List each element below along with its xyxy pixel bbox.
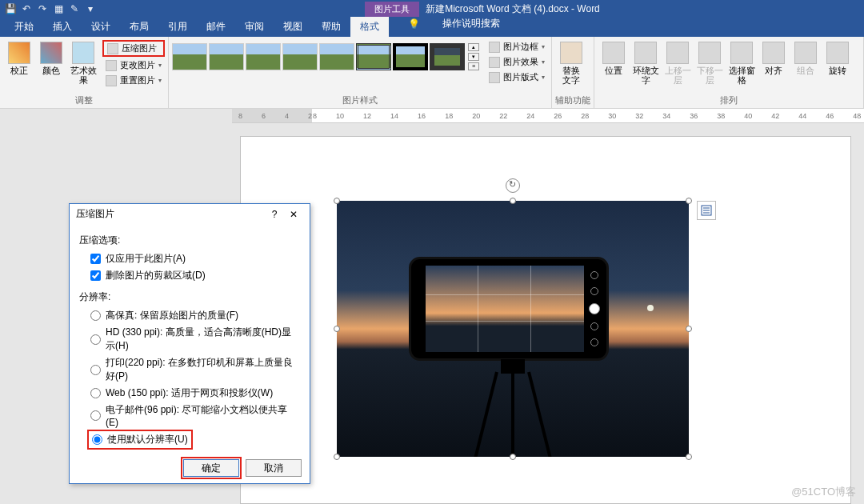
tab-mailings[interactable]: 邮件 [197, 17, 235, 37]
photo-content [337, 201, 689, 457]
document-page[interactable] [240, 136, 851, 504]
style-thumb[interactable] [393, 43, 428, 70]
dialog-title: 压缩图片 [76, 207, 265, 221]
corrections-button[interactable]: 校正 [3, 38, 35, 75]
alt-text-button[interactable]: 替换 文字 [555, 38, 587, 85]
checkbox-delete-cropped[interactable]: 删除图片的剪裁区域(D) [79, 267, 300, 284]
watermark: @51CTO博客 [791, 485, 856, 499]
picture-layout-button[interactable]: 图片版式▾ [486, 70, 548, 84]
border-icon [489, 42, 500, 53]
ok-button[interactable]: 确定 [183, 459, 239, 477]
tab-layout[interactable]: 布局 [120, 17, 158, 37]
save-icon[interactable]: 💾 [3, 2, 18, 16]
tab-home[interactable]: 开始 [5, 17, 43, 37]
tab-format[interactable]: 格式 [350, 17, 389, 37]
quick-access-toolbar: 💾 ↶ ↷ ▦ ✎ ▾ [0, 2, 101, 16]
picture-border-button[interactable]: 图片边框▾ [486, 40, 548, 54]
selection-pane-button[interactable]: 选择窗格 [726, 38, 758, 85]
tripod-shape [489, 359, 537, 457]
styles-gallery[interactable]: ▴▾≡ [172, 38, 479, 70]
section-resolution: 分辨率: [79, 290, 300, 304]
position-button[interactable]: 位置 [598, 38, 630, 75]
effects-icon [489, 57, 500, 68]
group-accessibility: 替换 文字 辅助功能 [552, 37, 594, 108]
style-thumb[interactable] [282, 43, 318, 70]
qat-icon[interactable]: ✎ [67, 2, 82, 16]
resize-handle[interactable] [510, 454, 516, 460]
cancel-button[interactable]: 取消 [246, 459, 302, 477]
qat-dropdown-icon[interactable]: ▾ [83, 2, 98, 16]
resize-handle[interactable] [686, 198, 692, 204]
radio-hd[interactable]: HD (330 ppi): 高质量，适合高清晰度(HD)显示(H) [79, 324, 300, 354]
phone-shape [409, 257, 609, 361]
radio-print[interactable]: 打印(220 ppi): 在多数打印机和屏幕上质量良好(P) [79, 354, 300, 385]
moon-icon [647, 305, 654, 311]
resize-handle[interactable] [334, 454, 340, 460]
radio-default-highlighted: 使用默认分辨率(U) [87, 430, 193, 450]
compress-icon [107, 43, 118, 54]
section-compress-options: 压缩选项: [79, 234, 300, 247]
undo-icon[interactable]: ↶ [19, 2, 34, 16]
rotate-button[interactable]: 旋转 [822, 38, 854, 75]
checkbox-apply-only[interactable]: 仅应用于此图片(A) [79, 250, 300, 267]
tab-references[interactable]: 引用 [158, 17, 197, 37]
tab-help[interactable]: 帮助 [312, 17, 350, 37]
redo-icon[interactable]: ↷ [35, 2, 50, 16]
style-thumb[interactable] [209, 43, 244, 70]
radio-use-default[interactable] [92, 434, 102, 445]
qat-icon[interactable]: ▦ [51, 2, 66, 16]
style-thumb[interactable] [172, 43, 207, 70]
help-button[interactable]: ? [265, 209, 284, 220]
wrap-text-button[interactable]: 环绕文字 [630, 38, 662, 85]
reset-icon [106, 75, 117, 86]
rotate-handle[interactable] [506, 178, 520, 193]
dialog-titlebar[interactable]: 压缩图片 ? ✕ [70, 204, 310, 224]
change-picture-button[interactable]: 更改图片▾ [102, 58, 165, 72]
lightbulb-icon: 💡 [398, 15, 430, 33]
layout-options-icon[interactable] [697, 201, 716, 220]
tab-insert[interactable]: 插入 [43, 17, 82, 37]
align-button[interactable]: 对齐 [758, 38, 790, 75]
group-arrange: 位置 环绕文字 上移一层 下移一层 选择窗格 对齐 组合 旋转 排列 [594, 37, 864, 108]
group-adjust: 校正 颜色 艺术效果 压缩图片 更改图片▾ 重置图片▾ 调整 [0, 37, 169, 108]
resize-handle[interactable] [686, 326, 692, 332]
resize-handle[interactable] [334, 198, 340, 204]
document-title: 新建Microsoft Word 文档 (4).docx - Word [426, 2, 600, 16]
group-picture-styles: ▴▾≡ 图片边框▾ 图片效果▾ 图片版式▾ 图片样式 [169, 37, 552, 108]
radio-high-fidelity[interactable]: 高保真: 保留原始图片的质量(F) [79, 307, 300, 324]
style-thumb[interactable] [356, 43, 391, 70]
style-thumb[interactable] [430, 43, 465, 70]
picture-effects-button[interactable]: 图片效果▾ [486, 55, 548, 69]
resize-handle[interactable] [686, 454, 692, 460]
bring-forward-button[interactable]: 上移一层 [662, 38, 694, 85]
selected-image[interactable] [337, 201, 689, 457]
gallery-more[interactable]: ▴▾≡ [468, 43, 479, 70]
compress-pictures-button[interactable]: 压缩图片 [102, 40, 165, 57]
tab-review[interactable]: 审阅 [235, 17, 274, 37]
layout-icon [489, 72, 500, 83]
color-button[interactable]: 颜色 [35, 38, 67, 75]
horizontal-ruler[interactable]: 8642 24681012141618202224262830323436384… [232, 109, 864, 123]
compress-pictures-dialog: 压缩图片 ? ✕ 压缩选项: 仅应用于此图片(A) 删除图片的剪裁区域(D) 分… [69, 203, 310, 484]
style-thumb[interactable] [246, 43, 281, 70]
reset-picture-button[interactable]: 重置图片▾ [102, 74, 165, 87]
title-bar: 💾 ↶ ↷ ▦ ✎ ▾ 图片工具 新建Microsoft Word 文档 (4)… [0, 0, 864, 18]
style-thumb[interactable] [319, 43, 354, 70]
group-button[interactable]: 组合 [790, 38, 822, 75]
change-picture-icon [106, 60, 117, 71]
resize-handle[interactable] [510, 198, 516, 204]
ribbon-tabs: 开始 插入 设计 布局 引用 邮件 审阅 视图 帮助 格式 💡 操作说明搜索 [0, 18, 864, 37]
radio-web[interactable]: Web (150 ppi): 适用于网页和投影仪(W) [79, 385, 300, 402]
radio-email[interactable]: 电子邮件(96 ppi): 尽可能缩小文档以便共享(E) [79, 402, 300, 430]
send-backward-button[interactable]: 下移一层 [694, 38, 726, 85]
close-button[interactable]: ✕ [284, 209, 303, 220]
tab-view[interactable]: 视图 [274, 17, 312, 37]
artistic-effects-button[interactable]: 艺术效果 [67, 38, 99, 85]
tab-design[interactable]: 设计 [82, 17, 120, 37]
ribbon: 校正 颜色 艺术效果 压缩图片 更改图片▾ 重置图片▾ 调整 ▴▾≡ [0, 37, 864, 109]
resize-handle[interactable] [334, 326, 340, 332]
